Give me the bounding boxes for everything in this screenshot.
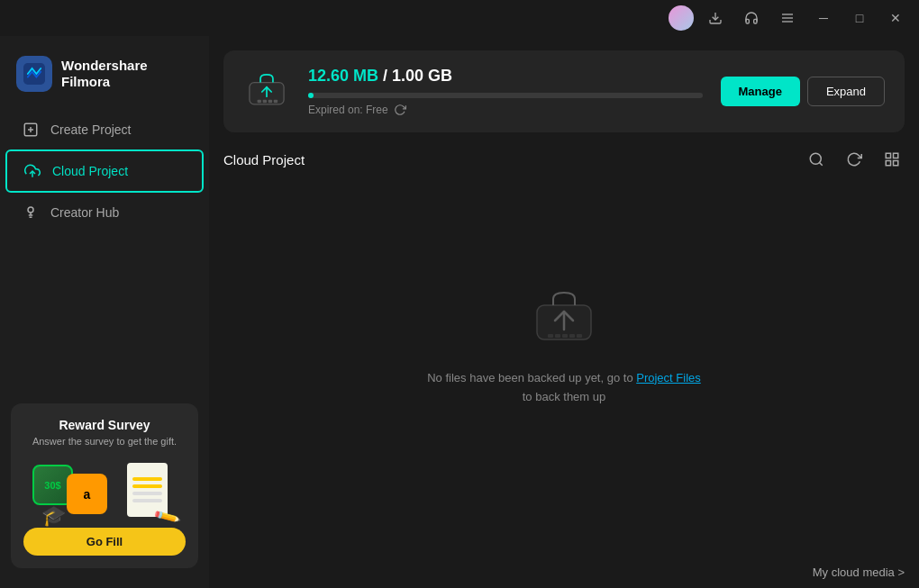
cloud-project-label: Cloud Project (52, 164, 128, 178)
manage-button[interactable]: Manage (721, 77, 800, 106)
reward-visual: 30$ a ✏️ 🎓 (23, 456, 186, 528)
expired-label: Expired on: Free (308, 104, 388, 116)
reward-amazon-icon: a (67, 474, 107, 514)
storage-cloud-icon (243, 68, 290, 115)
refresh-button[interactable] (842, 147, 867, 172)
svg-rect-26 (555, 334, 560, 338)
section-actions (804, 147, 905, 172)
reward-go-button[interactable]: Go Fill (23, 528, 186, 556)
logo-icon (16, 56, 52, 92)
section-title: Cloud Project (223, 152, 305, 167)
empty-state: No files have been backed up yet, go to … (223, 186, 905, 556)
storage-bar-track (308, 93, 703, 98)
svg-rect-27 (562, 334, 568, 338)
minimize-button[interactable]: ─ (809, 5, 838, 31)
plus-square-icon (22, 121, 40, 139)
title-bar: ─ □ ✕ (0, 0, 919, 36)
reward-survey-card: Reward Survey Answer the survey to get t… (11, 403, 198, 568)
storage-bar-fill (308, 93, 314, 98)
reward-subtitle: Answer the survey to get the gift. (23, 436, 186, 447)
download-icon[interactable] (701, 5, 730, 31)
svg-rect-22 (894, 161, 898, 166)
empty-text-after: to back them up (523, 390, 606, 403)
svg-rect-29 (577, 334, 582, 338)
lightbulb-icon (22, 204, 40, 222)
user-avatar-icon[interactable] (669, 5, 694, 31)
sidebar-item-create-project[interactable]: Create Project (5, 110, 204, 149)
sidebar-item-cloud-project[interactable]: Cloud Project (5, 149, 204, 193)
storage-actions: Manage Expand (721, 77, 886, 106)
reward-title: Reward Survey (23, 418, 186, 432)
svg-line-18 (819, 162, 822, 165)
sidebar: Wondershare Filmora Create Project (0, 36, 209, 588)
sidebar-item-creator-hub[interactable]: Creator Hub (5, 193, 204, 232)
storage-separator: / (383, 67, 392, 85)
empty-text-before: No files have been backed up yet, go to (427, 371, 636, 384)
app-name: Wondershare Filmora (61, 58, 148, 90)
headphone-icon[interactable] (737, 5, 766, 31)
svg-point-17 (810, 153, 821, 164)
storage-expired: Expired on: Free (308, 104, 703, 116)
storage-info: 12.60 MB / 1.00 GB Expired on: Free (308, 67, 703, 116)
storage-used: 12.60 MB (308, 67, 378, 85)
svg-rect-13 (258, 99, 261, 102)
menu-icon[interactable] (773, 5, 802, 31)
svg-rect-28 (569, 334, 575, 338)
reward-hat-icon: 🎓 (41, 504, 66, 528)
svg-rect-20 (894, 153, 898, 158)
storage-banner: 12.60 MB / 1.00 GB Expired on: Free Mana… (223, 50, 905, 132)
empty-cloud-icon (528, 283, 600, 355)
creator-hub-label: Creator Hub (50, 205, 119, 220)
storage-size-display: 12.60 MB / 1.00 GB (308, 67, 703, 86)
project-files-link[interactable]: Project Files (636, 371, 701, 384)
content-area: 12.60 MB / 1.00 GB Expired on: Free Mana… (209, 36, 919, 588)
svg-rect-14 (263, 99, 267, 102)
svg-rect-25 (548, 334, 553, 338)
content-footer: My cloud media > (223, 556, 905, 588)
expand-button[interactable]: Expand (807, 77, 885, 106)
main-layout: Wondershare Filmora Create Project (0, 36, 919, 588)
cloud-upload-icon (23, 162, 41, 180)
svg-rect-19 (886, 153, 890, 158)
section-header: Cloud Project (223, 147, 905, 172)
my-cloud-media-link[interactable]: My cloud media > (813, 565, 905, 579)
create-project-label: Create Project (50, 122, 131, 137)
svg-rect-16 (274, 99, 278, 102)
storage-total: 1.00 GB (392, 67, 452, 85)
close-button[interactable]: ✕ (881, 5, 910, 31)
svg-rect-21 (886, 161, 890, 166)
empty-text: No files have been backed up yet, go to … (427, 369, 701, 407)
search-button[interactable] (804, 147, 829, 172)
svg-rect-15 (268, 99, 272, 102)
svg-point-9 (28, 207, 33, 213)
grid-view-button[interactable] (879, 147, 905, 172)
app-logo: Wondershare Filmora (0, 45, 209, 110)
maximize-button[interactable]: □ (845, 5, 874, 31)
